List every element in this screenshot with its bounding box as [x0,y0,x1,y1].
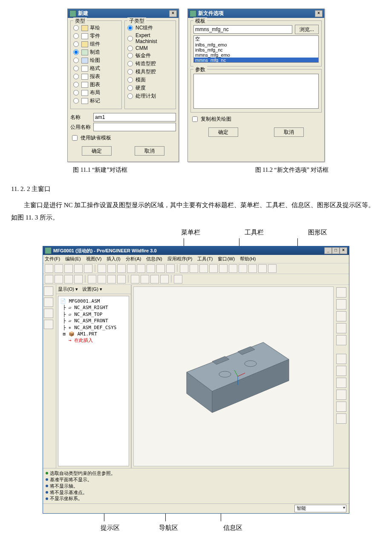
list-item[interactable]: inlbs_mfg_nc [194,47,318,52]
zoom-out-icon[interactable] [219,264,228,273]
saved-view-icon[interactable] [248,264,257,273]
tree-root[interactable]: 📄 MFG0001.ASM [60,298,127,304]
line-tool-icon[interactable] [336,378,346,388]
sketch-tool-icon[interactable] [336,354,346,364]
redo-icon[interactable] [107,264,116,273]
datum-axis-tool-icon[interactable] [336,299,346,309]
view-refit-icon[interactable] [180,264,188,273]
datum-plane-icon[interactable] [88,275,96,283]
type-radio-manufacturing[interactable] [73,49,79,55]
graphics-area[interactable] [133,286,334,466]
zoom-in-icon[interactable] [209,264,218,273]
subtype-radio-cmm[interactable] [127,46,133,51]
mail-icon[interactable] [84,264,92,273]
maximize-icon[interactable]: □ [332,247,340,254]
tree-node[interactable]: ├ ▱ NC_ASM_RIGHT [60,304,127,311]
copy-icon[interactable] [127,264,135,273]
datum-plane-tool-icon[interactable] [336,287,346,298]
type-radio-markup[interactable] [73,98,79,104]
nc-seq-icon[interactable] [141,275,149,283]
help-icon[interactable] [174,275,182,283]
layer-icon[interactable] [258,264,267,273]
glasses-icon[interactable] [199,264,208,273]
open-icon[interactable] [55,264,63,273]
common-name-input[interactable] [93,123,176,131]
search-icon[interactable] [156,264,165,273]
csys-icon[interactable] [117,275,126,283]
name-input[interactable] [93,113,176,121]
datum-curve-tool-icon[interactable] [336,311,346,321]
model-tree-tab-icon[interactable] [44,286,53,296]
menu-bar[interactable]: 文件(F) 编辑(E) 视图(V) 插入(I) 分析(A) 信息(N) 应用程序… [43,255,349,263]
template-listbox[interactable]: 空 inlbs_mfg_emo inlbs_mfg_nc mmns_mfg_em… [193,35,319,63]
subtype-radio-process[interactable] [127,93,133,99]
type-radio-layout[interactable] [73,90,79,95]
datum-point-tool-icon[interactable] [336,323,346,333]
menu-item[interactable]: 帮助(H) [240,256,256,262]
plane-tool-icon[interactable] [336,366,346,376]
subtype-radio-sheetmetal[interactable] [127,53,133,58]
template-input[interactable] [193,25,292,34]
type-radio-format[interactable] [73,66,79,71]
nc-play-icon[interactable] [150,275,159,283]
point-tool-icon[interactable] [336,402,346,412]
type-radio-drawing[interactable] [73,58,79,63]
subtype-radio-face[interactable] [127,77,133,83]
ok-button[interactable]: 确定 [208,127,238,137]
csys-tool-icon[interactable] [336,335,346,345]
menu-item[interactable]: 视图(V) [86,256,102,262]
nc-cl-icon[interactable] [160,275,169,283]
minimize-icon[interactable]: _ [324,247,332,254]
menu-item[interactable]: 插入(I) [107,256,120,262]
list-item[interactable]: mmns_mfg_emo [194,52,318,58]
print-icon[interactable] [74,264,83,273]
menu-item[interactable]: 分析(A) [126,256,141,262]
datum-axis-icon[interactable] [98,275,106,283]
copy-related-checkbox[interactable] [192,116,198,122]
tree-node[interactable]: ├ ✳ NC_ASM_DEF_CSYS [60,324,127,331]
tree-insert-here[interactable]: → 在此插入 [60,337,127,344]
spline-tool-icon[interactable] [336,390,346,400]
subtype-radio-cast[interactable] [127,61,133,66]
spin-icon[interactable] [190,264,198,273]
menu-item[interactable]: 应用程序(P) [167,256,193,262]
nohidden-icon[interactable] [64,275,73,283]
zoom-fit-icon[interactable] [229,264,237,273]
save-icon[interactable] [64,264,73,273]
cancel-button[interactable]: 取消 [274,127,304,137]
regen-icon[interactable] [147,264,155,273]
nc-setup-icon[interactable] [131,275,139,283]
cancel-button[interactable]: 取消 [135,146,164,156]
connections-tab-icon[interactable] [44,320,53,329]
paste-icon[interactable] [137,264,145,273]
close-icon[interactable]: × [315,10,323,17]
subtype-radio-nc[interactable] [127,25,133,31]
subtype-radio-expert[interactable] [127,36,133,41]
tree-node[interactable]: ├ ▱ NC_ASM_FRONT [60,318,127,324]
type-radio-assembly[interactable] [73,41,79,47]
close-icon[interactable]: × [169,10,177,17]
cut-icon[interactable] [117,264,126,273]
list-item[interactable]: mmns_mfg_nc [194,58,318,63]
undo-icon[interactable] [98,264,106,273]
menu-item[interactable]: 编辑(E) [65,256,81,262]
hidden-icon[interactable] [55,275,63,283]
selection-filter-dropdown[interactable]: 智能 [294,505,346,512]
list-item[interactable]: 空 [194,36,318,42]
folder-tab-icon[interactable] [44,298,53,307]
view-mgr-icon[interactable] [268,264,277,273]
favorites-tab-icon[interactable] [44,309,53,318]
ok-button[interactable]: 确定 [82,146,112,156]
model-tree[interactable]: 📄 MFG0001.ASM ├ ▱ NC_ASM_RIGHT ├ ▱ NC_AS… [58,296,129,466]
subtype-radio-mold[interactable] [127,69,133,75]
close-icon[interactable]: × [340,247,347,254]
type-radio-diagram[interactable] [73,82,79,87]
list-item[interactable]: inlbs_mfg_emo [194,42,318,47]
menu-item[interactable]: 信息(N) [146,256,162,262]
settings-dropdown[interactable]: 设置(G) ▾ [82,286,102,292]
browse-button[interactable]: 浏览... [295,25,319,34]
orient-icon[interactable] [239,264,247,273]
tree-node[interactable]: ⊞ 📦 AM1.PRT [60,331,127,337]
coord-tool-icon[interactable] [336,413,346,424]
new-icon[interactable] [45,264,53,273]
